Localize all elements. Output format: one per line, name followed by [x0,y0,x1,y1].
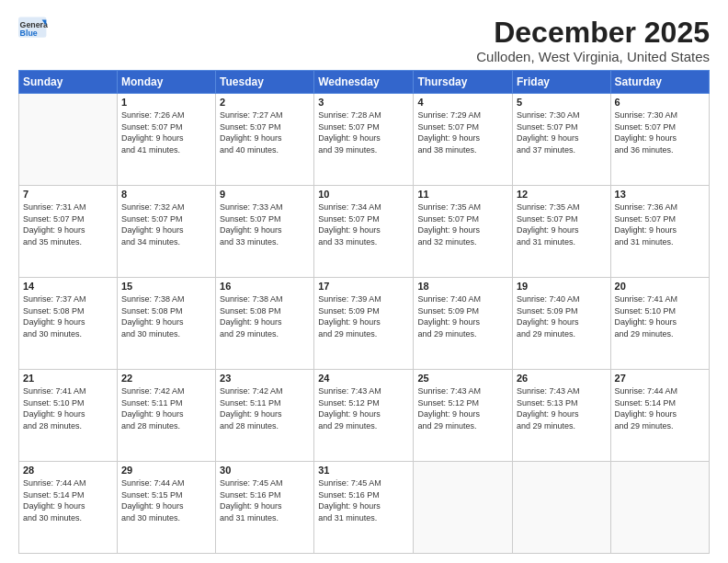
day-number: 18 [417,281,508,292]
table-cell: 22Sunrise: 7:42 AM Sunset: 5:11 PM Dayli… [117,370,215,462]
table-cell: 19Sunrise: 7:40 AM Sunset: 5:09 PM Dayli… [512,278,610,370]
day-number: 6 [615,97,705,108]
day-number: 30 [220,465,310,476]
table-cell: 26Sunrise: 7:43 AM Sunset: 5:13 PM Dayli… [512,370,610,462]
day-info: Sunrise: 7:30 AM Sunset: 5:07 PM Dayligh… [517,109,607,155]
header: General Blue December 2025 Culloden, Wes… [18,17,710,64]
table-row: 7Sunrise: 7:31 AM Sunset: 5:07 PM Daylig… [19,186,710,278]
col-tuesday: Tuesday [216,71,314,94]
day-info: Sunrise: 7:45 AM Sunset: 5:16 PM Dayligh… [220,477,310,523]
table-cell: 29Sunrise: 7:44 AM Sunset: 5:15 PM Dayli… [117,462,215,554]
table-cell: 20Sunrise: 7:41 AM Sunset: 5:10 PM Dayli… [610,278,709,370]
title-block: December 2025 Culloden, West Virginia, U… [476,17,710,64]
table-row: 21Sunrise: 7:41 AM Sunset: 5:10 PM Dayli… [19,370,710,462]
table-cell [19,94,118,186]
col-thursday: Thursday [414,71,513,94]
table-cell: 14Sunrise: 7:37 AM Sunset: 5:08 PM Dayli… [19,278,118,370]
day-number: 19 [517,281,607,292]
day-info: Sunrise: 7:43 AM Sunset: 5:12 PM Dayligh… [318,385,409,431]
table-cell: 24Sunrise: 7:43 AM Sunset: 5:12 PM Dayli… [314,370,414,462]
table-cell: 3Sunrise: 7:28 AM Sunset: 5:07 PM Daylig… [314,94,414,186]
table-cell [610,462,709,554]
day-number: 21 [23,373,113,384]
table-cell: 27Sunrise: 7:44 AM Sunset: 5:14 PM Dayli… [610,370,709,462]
table-cell: 31Sunrise: 7:45 AM Sunset: 5:16 PM Dayli… [314,462,414,554]
page: General Blue December 2025 Culloden, Wes… [0,0,728,563]
table-row: 1Sunrise: 7:26 AM Sunset: 5:07 PM Daylig… [19,94,710,186]
day-info: Sunrise: 7:34 AM Sunset: 5:07 PM Dayligh… [318,201,409,247]
day-number: 5 [517,97,607,108]
table-cell [512,462,610,554]
day-number: 26 [517,373,607,384]
calendar-table: Sunday Monday Tuesday Wednesday Thursday… [18,70,710,554]
day-number: 22 [121,373,211,384]
table-cell: 15Sunrise: 7:38 AM Sunset: 5:08 PM Dayli… [117,278,215,370]
day-info: Sunrise: 7:27 AM Sunset: 5:07 PM Dayligh… [220,109,310,155]
col-sunday: Sunday [19,71,118,94]
day-info: Sunrise: 7:43 AM Sunset: 5:13 PM Dayligh… [517,385,607,431]
day-info: Sunrise: 7:28 AM Sunset: 5:07 PM Dayligh… [318,109,409,155]
day-info: Sunrise: 7:38 AM Sunset: 5:08 PM Dayligh… [220,293,310,339]
day-info: Sunrise: 7:26 AM Sunset: 5:07 PM Dayligh… [121,109,211,155]
table-cell: 18Sunrise: 7:40 AM Sunset: 5:09 PM Dayli… [414,278,513,370]
day-info: Sunrise: 7:32 AM Sunset: 5:07 PM Dayligh… [121,201,211,247]
table-cell: 30Sunrise: 7:45 AM Sunset: 5:16 PM Dayli… [216,462,314,554]
day-number: 29 [121,465,211,476]
day-number: 8 [121,189,211,200]
month-title: December 2025 [476,17,710,49]
col-saturday: Saturday [610,71,709,94]
day-info: Sunrise: 7:44 AM Sunset: 5:15 PM Dayligh… [121,477,211,523]
table-cell: 7Sunrise: 7:31 AM Sunset: 5:07 PM Daylig… [19,186,118,278]
day-number: 11 [417,189,508,200]
location-title: Culloden, West Virginia, United States [476,49,710,64]
col-monday: Monday [117,71,215,94]
day-info: Sunrise: 7:33 AM Sunset: 5:07 PM Dayligh… [220,201,310,247]
day-info: Sunrise: 7:35 AM Sunset: 5:07 PM Dayligh… [517,201,607,247]
logo-icon: General Blue [18,17,48,42]
day-number: 3 [318,97,409,108]
table-cell: 4Sunrise: 7:29 AM Sunset: 5:07 PM Daylig… [414,94,513,186]
day-number: 1 [121,97,211,108]
day-number: 15 [121,281,211,292]
col-friday: Friday [512,71,610,94]
day-number: 10 [318,189,409,200]
day-info: Sunrise: 7:38 AM Sunset: 5:08 PM Dayligh… [121,293,211,339]
day-info: Sunrise: 7:45 AM Sunset: 5:16 PM Dayligh… [318,477,409,523]
day-info: Sunrise: 7:44 AM Sunset: 5:14 PM Dayligh… [615,385,705,431]
table-cell: 25Sunrise: 7:43 AM Sunset: 5:12 PM Dayli… [414,370,513,462]
table-row: 14Sunrise: 7:37 AM Sunset: 5:08 PM Dayli… [19,278,710,370]
day-number: 9 [220,189,310,200]
day-info: Sunrise: 7:39 AM Sunset: 5:09 PM Dayligh… [318,293,409,339]
day-number: 13 [615,189,705,200]
day-info: Sunrise: 7:40 AM Sunset: 5:09 PM Dayligh… [417,293,508,339]
table-cell: 13Sunrise: 7:36 AM Sunset: 5:07 PM Dayli… [610,186,709,278]
table-cell: 21Sunrise: 7:41 AM Sunset: 5:10 PM Dayli… [19,370,118,462]
table-cell: 28Sunrise: 7:44 AM Sunset: 5:14 PM Dayli… [19,462,118,554]
day-number: 16 [220,281,310,292]
day-number: 28 [23,465,113,476]
table-cell: 12Sunrise: 7:35 AM Sunset: 5:07 PM Dayli… [512,186,610,278]
day-number: 25 [417,373,508,384]
day-info: Sunrise: 7:42 AM Sunset: 5:11 PM Dayligh… [220,385,310,431]
table-cell: 1Sunrise: 7:26 AM Sunset: 5:07 PM Daylig… [117,94,215,186]
table-cell: 2Sunrise: 7:27 AM Sunset: 5:07 PM Daylig… [216,94,314,186]
day-info: Sunrise: 7:29 AM Sunset: 5:07 PM Dayligh… [417,109,508,155]
day-info: Sunrise: 7:42 AM Sunset: 5:11 PM Dayligh… [121,385,211,431]
day-info: Sunrise: 7:35 AM Sunset: 5:07 PM Dayligh… [417,201,508,247]
table-cell: 11Sunrise: 7:35 AM Sunset: 5:07 PM Dayli… [414,186,513,278]
table-cell: 23Sunrise: 7:42 AM Sunset: 5:11 PM Dayli… [216,370,314,462]
day-number: 31 [318,465,409,476]
day-number: 24 [318,373,409,384]
day-info: Sunrise: 7:31 AM Sunset: 5:07 PM Dayligh… [23,201,113,247]
day-number: 14 [23,281,113,292]
col-wednesday: Wednesday [314,71,414,94]
day-number: 4 [417,97,508,108]
table-cell: 10Sunrise: 7:34 AM Sunset: 5:07 PM Dayli… [314,186,414,278]
table-cell: 6Sunrise: 7:30 AM Sunset: 5:07 PM Daylig… [610,94,709,186]
day-number: 23 [220,373,310,384]
day-number: 2 [220,97,310,108]
logo: General Blue [18,17,48,42]
day-info: Sunrise: 7:37 AM Sunset: 5:08 PM Dayligh… [23,293,113,339]
svg-text:Blue: Blue [20,29,38,38]
day-info: Sunrise: 7:44 AM Sunset: 5:14 PM Dayligh… [23,477,113,523]
